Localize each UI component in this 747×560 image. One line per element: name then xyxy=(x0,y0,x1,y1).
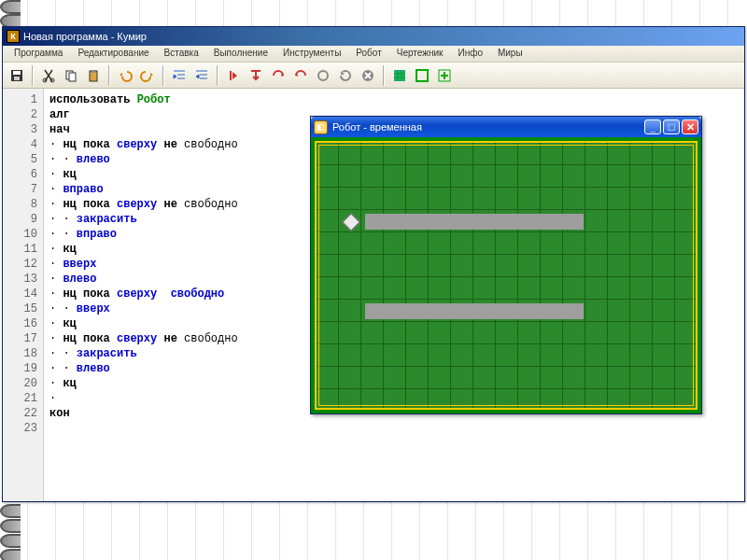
code-token: вправо xyxy=(63,183,103,196)
step-into-icon[interactable] xyxy=(246,65,266,86)
menu-item-7[interactable]: Инфо xyxy=(450,46,490,62)
code-token: нач xyxy=(49,123,70,136)
wall-segment xyxy=(365,214,584,230)
code-token: кц xyxy=(63,168,76,181)
code-line[interactable]: · нц пока сверху не свободно xyxy=(49,137,238,152)
toolbar xyxy=(3,63,744,89)
ide-titlebar[interactable]: К Новая программа - Кумир xyxy=(3,27,744,46)
window-controls: _ □ ✕ xyxy=(644,119,698,134)
run-icon[interactable] xyxy=(223,65,244,86)
svg-rect-6 xyxy=(69,73,76,81)
line-number: 17 xyxy=(5,331,37,346)
stop-icon[interactable] xyxy=(358,65,378,86)
code-token: не xyxy=(163,332,184,345)
code-line[interactable]: · кц xyxy=(49,316,238,331)
code-token: сверху xyxy=(117,332,163,345)
code-line[interactable]: · · закрасить xyxy=(49,212,238,227)
code-token: свободно xyxy=(184,332,238,345)
toolbar-separator xyxy=(217,65,218,86)
code-line[interactable]: · · вправо xyxy=(49,227,238,242)
code-line[interactable]: использовать Робот xyxy=(49,92,238,107)
undo-icon[interactable] xyxy=(115,65,135,86)
code-line[interactable]: · · закрасить xyxy=(49,346,238,361)
code-token: не xyxy=(163,138,184,151)
cut-icon[interactable] xyxy=(38,65,59,86)
code-line[interactable]: · кц xyxy=(49,242,238,257)
code-line[interactable]: · влево xyxy=(49,272,238,287)
line-number: 15 xyxy=(5,301,37,316)
code-line[interactable]: алг xyxy=(49,107,238,122)
code-line[interactable]: · · вверх xyxy=(49,301,238,316)
line-number: 5 xyxy=(5,152,37,167)
code-token: свободно xyxy=(184,138,238,151)
outdent-icon[interactable] xyxy=(191,65,212,86)
step-over-icon[interactable] xyxy=(268,65,289,86)
line-number: 4 xyxy=(5,137,37,152)
code-token: не xyxy=(163,198,184,211)
code-token: · xyxy=(49,273,63,286)
code-line[interactable]: · вправо xyxy=(49,182,238,197)
code-line[interactable]: · · влево xyxy=(49,152,238,167)
code-token: · xyxy=(49,198,63,211)
line-number: 13 xyxy=(5,272,37,287)
grid-add-icon[interactable] xyxy=(434,65,455,86)
line-number: 11 xyxy=(5,242,37,257)
step-forward-icon[interactable] xyxy=(313,65,333,86)
menu-item-0[interactable]: Программа xyxy=(7,46,70,62)
toolbar-separator xyxy=(162,65,164,86)
refresh-icon[interactable] xyxy=(335,65,356,86)
save-icon[interactable] xyxy=(7,65,27,86)
code-line[interactable]: · нц пока сверху не свободно xyxy=(49,331,238,346)
line-number: 8 xyxy=(5,197,37,212)
menu-item-5[interactable]: Робот xyxy=(348,46,388,62)
line-number: 6 xyxy=(5,167,37,182)
code-line[interactable]: · кц xyxy=(49,376,238,391)
redo-icon[interactable] xyxy=(137,65,158,86)
paste-icon[interactable] xyxy=(83,65,104,86)
menu-item-2[interactable]: Вставка xyxy=(157,46,206,62)
menu-item-4[interactable]: Инструменты xyxy=(275,46,348,62)
line-number: 10 xyxy=(5,227,37,242)
menu-item-8[interactable]: Миры xyxy=(490,46,530,62)
line-number: 7 xyxy=(5,182,37,197)
line-number: 16 xyxy=(5,316,37,331)
minimize-button[interactable]: _ xyxy=(644,119,661,134)
line-number: 22 xyxy=(5,406,37,421)
maximize-button[interactable]: □ xyxy=(663,119,680,134)
code-token: закрасить xyxy=(77,347,137,360)
grid-green-icon[interactable] xyxy=(389,65,410,86)
svg-point-9 xyxy=(318,71,328,80)
robot-window-title: Робот - временная xyxy=(332,121,422,133)
app-icon: К xyxy=(7,30,20,43)
code-line[interactable]: · вверх xyxy=(49,257,238,272)
code-line[interactable]: кон xyxy=(49,406,238,421)
code-token: · · xyxy=(49,362,77,375)
menu-item-6[interactable]: Чертежник xyxy=(389,46,451,62)
line-number: 21 xyxy=(5,391,37,406)
indent-icon[interactable] xyxy=(169,65,190,86)
code-line[interactable]: · нц пока сверху свободно xyxy=(49,287,238,301)
menu-item-1[interactable]: Редактирование xyxy=(70,46,156,62)
copy-icon[interactable] xyxy=(61,65,81,86)
code-token: · · xyxy=(49,153,77,166)
code-token: · xyxy=(49,377,63,390)
code-editor[interactable]: использовать Роботалгнач· нц пока сверху… xyxy=(44,89,244,501)
code-line[interactable]: нач xyxy=(49,122,238,137)
step-back-icon[interactable] xyxy=(290,65,311,86)
code-line[interactable]: · кц xyxy=(49,167,238,182)
code-line[interactable]: · xyxy=(49,391,238,406)
robot-titlebar[interactable]: ◧ Робот - временная _ □ ✕ xyxy=(311,117,701,137)
code-token: влево xyxy=(77,362,110,375)
line-number: 12 xyxy=(5,257,37,272)
code-token: · xyxy=(49,138,63,151)
code-line[interactable]: · нц пока сверху не свободно xyxy=(49,197,238,212)
grid-outline-icon[interactable] xyxy=(412,65,432,86)
code-token: свободно xyxy=(184,198,238,211)
close-button[interactable]: ✕ xyxy=(682,119,698,134)
code-token: · xyxy=(49,168,63,181)
menu-item-3[interactable]: Выполнение xyxy=(206,46,275,62)
robot-window[interactable]: ◧ Робот - временная _ □ ✕ xyxy=(310,116,702,414)
code-line[interactable]: · · влево xyxy=(49,361,238,376)
line-number: 23 xyxy=(5,421,37,436)
robot-field[interactable] xyxy=(315,141,698,410)
